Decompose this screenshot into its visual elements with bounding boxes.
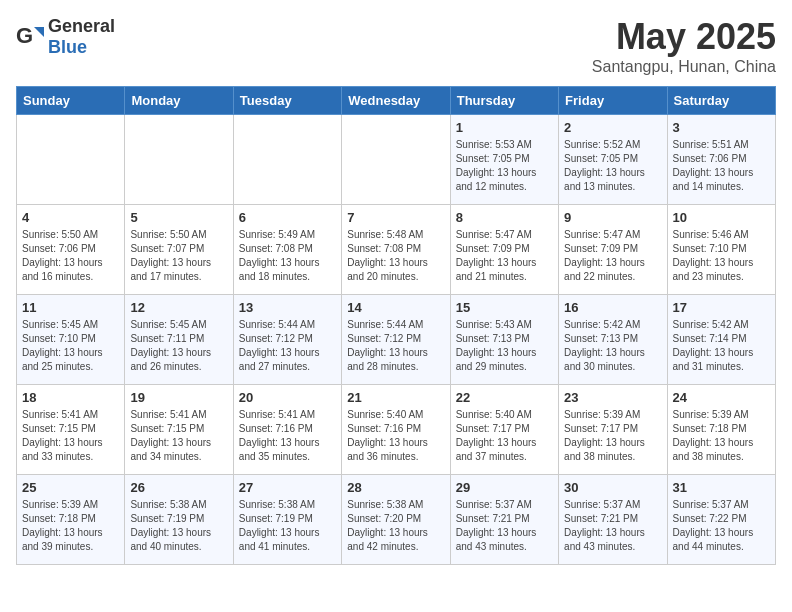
day-number: 15: [456, 300, 553, 315]
calendar-cell: 20Sunrise: 5:41 AM Sunset: 7:16 PM Dayli…: [233, 385, 341, 475]
day-info: Sunrise: 5:41 AM Sunset: 7:16 PM Dayligh…: [239, 408, 336, 464]
day-number: 24: [673, 390, 770, 405]
day-number: 12: [130, 300, 227, 315]
header-day-monday: Monday: [125, 87, 233, 115]
calendar-cell: 1Sunrise: 5:53 AM Sunset: 7:05 PM Daylig…: [450, 115, 558, 205]
day-info: Sunrise: 5:44 AM Sunset: 7:12 PM Dayligh…: [239, 318, 336, 374]
day-info: Sunrise: 5:46 AM Sunset: 7:10 PM Dayligh…: [673, 228, 770, 284]
header-day-tuesday: Tuesday: [233, 87, 341, 115]
logo-general: General: [48, 16, 115, 36]
day-number: 14: [347, 300, 444, 315]
svg-text:G: G: [16, 23, 33, 48]
day-info: Sunrise: 5:38 AM Sunset: 7:20 PM Dayligh…: [347, 498, 444, 554]
header-day-wednesday: Wednesday: [342, 87, 450, 115]
day-number: 27: [239, 480, 336, 495]
day-number: 25: [22, 480, 119, 495]
day-info: Sunrise: 5:40 AM Sunset: 7:16 PM Dayligh…: [347, 408, 444, 464]
calendar-cell: 9Sunrise: 5:47 AM Sunset: 7:09 PM Daylig…: [559, 205, 667, 295]
week-row-2: 4Sunrise: 5:50 AM Sunset: 7:06 PM Daylig…: [17, 205, 776, 295]
day-info: Sunrise: 5:44 AM Sunset: 7:12 PM Dayligh…: [347, 318, 444, 374]
header-row: SundayMondayTuesdayWednesdayThursdayFrid…: [17, 87, 776, 115]
day-number: 17: [673, 300, 770, 315]
day-info: Sunrise: 5:53 AM Sunset: 7:05 PM Dayligh…: [456, 138, 553, 194]
calendar-cell: 11Sunrise: 5:45 AM Sunset: 7:10 PM Dayli…: [17, 295, 125, 385]
day-number: 18: [22, 390, 119, 405]
day-info: Sunrise: 5:38 AM Sunset: 7:19 PM Dayligh…: [239, 498, 336, 554]
day-info: Sunrise: 5:39 AM Sunset: 7:17 PM Dayligh…: [564, 408, 661, 464]
calendar-cell: 28Sunrise: 5:38 AM Sunset: 7:20 PM Dayli…: [342, 475, 450, 565]
calendar-cell: 8Sunrise: 5:47 AM Sunset: 7:09 PM Daylig…: [450, 205, 558, 295]
logo-blue: Blue: [48, 37, 87, 57]
day-info: Sunrise: 5:41 AM Sunset: 7:15 PM Dayligh…: [22, 408, 119, 464]
calendar-cell: 31Sunrise: 5:37 AM Sunset: 7:22 PM Dayli…: [667, 475, 775, 565]
calendar-cell: 10Sunrise: 5:46 AM Sunset: 7:10 PM Dayli…: [667, 205, 775, 295]
calendar-cell: 4Sunrise: 5:50 AM Sunset: 7:06 PM Daylig…: [17, 205, 125, 295]
logo: G General Blue: [16, 16, 115, 58]
day-info: Sunrise: 5:38 AM Sunset: 7:19 PM Dayligh…: [130, 498, 227, 554]
calendar-cell: [342, 115, 450, 205]
day-info: Sunrise: 5:45 AM Sunset: 7:11 PM Dayligh…: [130, 318, 227, 374]
day-info: Sunrise: 5:52 AM Sunset: 7:05 PM Dayligh…: [564, 138, 661, 194]
day-info: Sunrise: 5:40 AM Sunset: 7:17 PM Dayligh…: [456, 408, 553, 464]
day-number: 23: [564, 390, 661, 405]
calendar-cell: 6Sunrise: 5:49 AM Sunset: 7:08 PM Daylig…: [233, 205, 341, 295]
svg-marker-1: [34, 27, 44, 37]
week-row-1: 1Sunrise: 5:53 AM Sunset: 7:05 PM Daylig…: [17, 115, 776, 205]
week-row-5: 25Sunrise: 5:39 AM Sunset: 7:18 PM Dayli…: [17, 475, 776, 565]
day-number: 22: [456, 390, 553, 405]
day-number: 3: [673, 120, 770, 135]
calendar-cell: 16Sunrise: 5:42 AM Sunset: 7:13 PM Dayli…: [559, 295, 667, 385]
day-number: 20: [239, 390, 336, 405]
calendar-cell: 21Sunrise: 5:40 AM Sunset: 7:16 PM Dayli…: [342, 385, 450, 475]
calendar-cell: 12Sunrise: 5:45 AM Sunset: 7:11 PM Dayli…: [125, 295, 233, 385]
day-info: Sunrise: 5:50 AM Sunset: 7:07 PM Dayligh…: [130, 228, 227, 284]
calendar-cell: 13Sunrise: 5:44 AM Sunset: 7:12 PM Dayli…: [233, 295, 341, 385]
day-number: 1: [456, 120, 553, 135]
header-day-friday: Friday: [559, 87, 667, 115]
calendar-cell: 27Sunrise: 5:38 AM Sunset: 7:19 PM Dayli…: [233, 475, 341, 565]
day-info: Sunrise: 5:50 AM Sunset: 7:06 PM Dayligh…: [22, 228, 119, 284]
day-number: 11: [22, 300, 119, 315]
day-info: Sunrise: 5:39 AM Sunset: 7:18 PM Dayligh…: [673, 408, 770, 464]
day-info: Sunrise: 5:43 AM Sunset: 7:13 PM Dayligh…: [456, 318, 553, 374]
day-number: 21: [347, 390, 444, 405]
calendar-cell: 22Sunrise: 5:40 AM Sunset: 7:17 PM Dayli…: [450, 385, 558, 475]
day-number: 10: [673, 210, 770, 225]
day-number: 16: [564, 300, 661, 315]
day-info: Sunrise: 5:48 AM Sunset: 7:08 PM Dayligh…: [347, 228, 444, 284]
day-info: Sunrise: 5:49 AM Sunset: 7:08 PM Dayligh…: [239, 228, 336, 284]
title-area: May 2025 Santangpu, Hunan, China: [592, 16, 776, 76]
day-number: 13: [239, 300, 336, 315]
day-number: 29: [456, 480, 553, 495]
calendar-cell: [233, 115, 341, 205]
subtitle: Santangpu, Hunan, China: [592, 58, 776, 76]
day-number: 28: [347, 480, 444, 495]
day-info: Sunrise: 5:39 AM Sunset: 7:18 PM Dayligh…: [22, 498, 119, 554]
header-day-saturday: Saturday: [667, 87, 775, 115]
header-day-sunday: Sunday: [17, 87, 125, 115]
day-number: 9: [564, 210, 661, 225]
day-number: 5: [130, 210, 227, 225]
calendar-cell: 30Sunrise: 5:37 AM Sunset: 7:21 PM Dayli…: [559, 475, 667, 565]
day-number: 6: [239, 210, 336, 225]
logo-text: General Blue: [48, 16, 115, 58]
day-info: Sunrise: 5:37 AM Sunset: 7:21 PM Dayligh…: [456, 498, 553, 554]
day-number: 7: [347, 210, 444, 225]
calendar-cell: 18Sunrise: 5:41 AM Sunset: 7:15 PM Dayli…: [17, 385, 125, 475]
calendar-cell: 15Sunrise: 5:43 AM Sunset: 7:13 PM Dayli…: [450, 295, 558, 385]
calendar-cell: 29Sunrise: 5:37 AM Sunset: 7:21 PM Dayli…: [450, 475, 558, 565]
day-info: Sunrise: 5:42 AM Sunset: 7:13 PM Dayligh…: [564, 318, 661, 374]
day-number: 8: [456, 210, 553, 225]
header-day-thursday: Thursday: [450, 87, 558, 115]
day-info: Sunrise: 5:51 AM Sunset: 7:06 PM Dayligh…: [673, 138, 770, 194]
calendar-cell: 24Sunrise: 5:39 AM Sunset: 7:18 PM Dayli…: [667, 385, 775, 475]
day-number: 26: [130, 480, 227, 495]
day-number: 2: [564, 120, 661, 135]
day-info: Sunrise: 5:37 AM Sunset: 7:22 PM Dayligh…: [673, 498, 770, 554]
week-row-3: 11Sunrise: 5:45 AM Sunset: 7:10 PM Dayli…: [17, 295, 776, 385]
calendar-cell: 17Sunrise: 5:42 AM Sunset: 7:14 PM Dayli…: [667, 295, 775, 385]
day-info: Sunrise: 5:45 AM Sunset: 7:10 PM Dayligh…: [22, 318, 119, 374]
day-number: 4: [22, 210, 119, 225]
calendar-cell: 19Sunrise: 5:41 AM Sunset: 7:15 PM Dayli…: [125, 385, 233, 475]
day-number: 31: [673, 480, 770, 495]
